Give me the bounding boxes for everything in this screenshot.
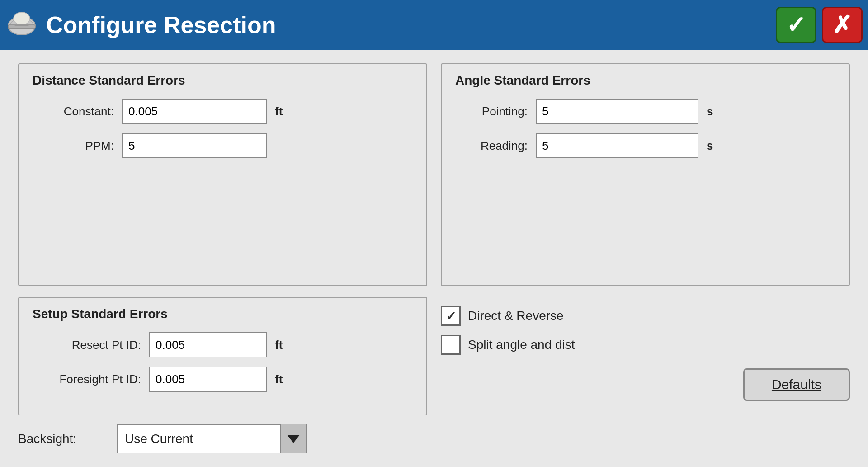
bottom-left: Setup Standard Errors Resect Pt ID: ft F…	[18, 297, 427, 453]
direct-reverse-label: Direct & Reverse	[468, 309, 564, 323]
constant-unit: ft	[275, 105, 288, 119]
bottom-section: Setup Standard Errors Resect Pt ID: ft F…	[18, 297, 850, 453]
page-title: Configure Resection	[46, 11, 276, 38]
resect-row: Resect Pt ID: ft	[33, 332, 413, 357]
constant-row: Constant: ft	[33, 99, 413, 124]
direct-reverse-row: ✓ Direct & Reverse	[441, 306, 850, 326]
cancel-button[interactable]: ✗	[822, 7, 863, 43]
ppm-row: PPM:	[33, 133, 413, 158]
reading-row: Reading: s	[455, 133, 835, 158]
backsight-label: Backsight:	[18, 432, 108, 446]
ppm-label: PPM:	[33, 139, 114, 153]
x-icon: ✗	[832, 13, 852, 37]
checkmark-direct-reverse-icon: ✓	[446, 309, 456, 324]
angle-panel-title: Angle Standard Errors	[455, 73, 835, 88]
split-angle-row: Split angle and dist	[441, 335, 850, 355]
setup-panel-title: Setup Standard Errors	[33, 307, 413, 321]
ppm-input[interactable]	[122, 133, 267, 158]
reading-input[interactable]	[536, 133, 698, 158]
chevron-down-icon	[287, 435, 300, 443]
checkmark-icon: ✓	[786, 13, 806, 37]
backsight-value: Use Current	[118, 432, 280, 446]
bottom-actions: Defaults	[441, 368, 850, 410]
foresight-label: Foresight Pt ID:	[33, 372, 141, 386]
resect-input[interactable]	[149, 332, 267, 357]
defaults-button[interactable]: Defaults	[743, 368, 850, 401]
resect-label: Resect Pt ID:	[33, 338, 141, 352]
reading-unit: s	[707, 139, 720, 153]
reading-label: Reading:	[455, 139, 528, 153]
foresight-input[interactable]	[149, 367, 267, 392]
split-angle-checkbox[interactable]	[441, 335, 461, 355]
title-bar-buttons: ✓ ✗	[776, 7, 863, 43]
setup-panel: Setup Standard Errors Resect Pt ID: ft F…	[18, 297, 427, 415]
foresight-unit: ft	[275, 372, 288, 386]
backsight-dropdown-arrow[interactable]	[280, 424, 306, 453]
angle-panel: Angle Standard Errors Pointing: s Readin…	[441, 63, 850, 286]
split-angle-label: Split angle and dist	[468, 338, 575, 352]
title-bar-left: Configure Resection	[5, 9, 276, 41]
resect-unit: ft	[275, 338, 288, 352]
ok-button[interactable]: ✓	[776, 7, 816, 43]
helmet-icon	[5, 9, 38, 41]
foresight-row: Foresight Pt ID: ft	[33, 367, 413, 392]
constant-input[interactable]	[122, 99, 267, 124]
main-content: Distance Standard Errors Constant: ft PP…	[0, 50, 868, 467]
distance-panel-title: Distance Standard Errors	[33, 73, 413, 88]
bottom-right: ✓ Direct & Reverse Split angle and dist …	[441, 297, 850, 410]
backsight-select[interactable]: Use Current	[117, 424, 307, 453]
pointing-label: Pointing:	[455, 105, 528, 119]
svg-point-2	[14, 12, 30, 25]
direct-reverse-checkbox[interactable]: ✓	[441, 306, 461, 326]
backsight-row: Backsight: Use Current	[18, 420, 427, 453]
pointing-unit: s	[707, 105, 720, 119]
top-row: Distance Standard Errors Constant: ft PP…	[18, 63, 850, 286]
svg-rect-3	[14, 24, 29, 26]
title-bar: Configure Resection ✓ ✗	[0, 0, 868, 50]
distance-panel: Distance Standard Errors Constant: ft PP…	[18, 63, 427, 286]
constant-label: Constant:	[33, 105, 114, 119]
pointing-row: Pointing: s	[455, 99, 835, 124]
pointing-input[interactable]	[536, 99, 698, 124]
